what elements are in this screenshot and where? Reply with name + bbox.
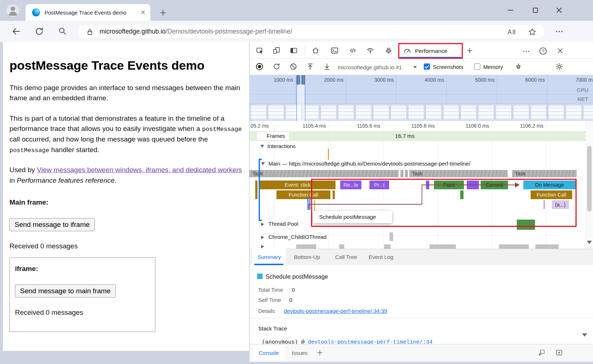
docs-link[interactable]: View messages between windows, iframes, … <box>37 166 242 174</box>
compositor-activity[interactable] <box>499 244 529 249</box>
sources-panel-icon[interactable] <box>349 46 357 55</box>
filmstrip-thumbnail[interactable] <box>548 104 564 120</box>
expander-down-icon[interactable] <box>261 162 265 165</box>
origin-selector[interactable]: microsoftedge.github.io #1 <box>338 64 402 70</box>
new-tab-button[interactable] <box>159 9 167 17</box>
window-close-button[interactable] <box>555 6 563 15</box>
devtools-close-icon[interactable] <box>556 47 564 55</box>
settings-gear-icon[interactable] <box>555 62 563 71</box>
expander-right-icon[interactable] <box>261 245 264 248</box>
filmstrip-thumbnail[interactable] <box>513 104 529 120</box>
task-bar[interactable] <box>405 170 408 177</box>
reload-record-button[interactable] <box>272 62 281 71</box>
console-panel-icon[interactable] <box>330 46 339 55</box>
selected-range[interactable] <box>296 85 305 121</box>
profile-avatar[interactable] <box>7 4 19 17</box>
maximize-button[interactable] <box>531 6 540 15</box>
compositor-activity[interactable] <box>296 244 316 249</box>
scrollbar-thumb[interactable] <box>587 146 592 212</box>
filmstrip-thumbnail[interactable] <box>583 104 593 120</box>
filmstrip-thumbnail[interactable] <box>391 104 407 120</box>
filmstrip-thumbnail[interactable] <box>531 104 547 120</box>
tab-summary[interactable]: Summary <box>252 249 286 265</box>
device-emulation-icon[interactable] <box>272 46 281 55</box>
devtools-menu-icon[interactable] <box>522 47 530 55</box>
inspect-element-icon[interactable] <box>256 46 264 55</box>
filmstrip-thumbnail[interactable] <box>251 104 267 120</box>
send-to-iframe-button[interactable]: Send message to iframe <box>9 218 95 231</box>
tab-issues[interactable]: Issues <box>292 350 307 356</box>
browser-tab[interactable]: PostMessage Trace Events demo <box>26 4 150 21</box>
favorite-star-icon[interactable] <box>528 27 537 36</box>
reference-paragraph: Used by View messages between windows, i… <box>9 165 243 186</box>
task-bar[interactable] <box>400 170 403 177</box>
tab-bottom-up[interactable]: Bottom-Up <box>294 249 320 265</box>
expander-right-icon[interactable] <box>261 222 264 226</box>
home-panel-icon[interactable] <box>311 46 320 55</box>
filmstrip-thumbnail[interactable] <box>268 104 284 120</box>
filmstrip-thumbnail[interactable] <box>303 104 319 120</box>
tab-console[interactable]: Console <box>252 345 285 360</box>
title-bar: PostMessage Trace Events demo <box>0 0 593 21</box>
filmstrip-thumbnail[interactable] <box>373 104 389 120</box>
help-icon[interactable]: ? <box>539 47 547 55</box>
filmstrip-thumbnail[interactable] <box>338 104 354 120</box>
filmstrip-thumbnail[interactable] <box>408 104 424 120</box>
search-icon[interactable] <box>58 26 67 36</box>
screenshots-checkbox[interactable] <box>424 63 430 70</box>
filmstrip-thumbnail[interactable] <box>443 104 459 120</box>
save-profile-icon[interactable] <box>323 62 331 71</box>
task-bar[interactable]: Task <box>409 170 508 177</box>
task-bar[interactable]: Task <box>512 170 577 177</box>
stack-frame-link[interactable]: devtools-postmessage-perf-timeline/:34 <box>308 339 433 344</box>
network-panel-icon[interactable] <box>366 46 375 55</box>
back-button[interactable] <box>11 26 21 36</box>
console-position-icon[interactable] <box>538 349 546 357</box>
compositor-activity[interactable] <box>339 244 344 249</box>
filmstrip-thumbnail[interactable] <box>478 104 494 120</box>
filmstrip-thumbnail[interactable] <box>321 104 337 120</box>
filmstrip-thumbnail[interactable] <box>566 104 582 120</box>
tab-close-icon[interactable] <box>140 9 146 15</box>
io-thread-activity[interactable] <box>389 232 393 241</box>
memory-checkbox[interactable] <box>474 63 480 70</box>
compositor-activity[interactable] <box>384 244 391 249</box>
selection-handle-right[interactable] <box>301 75 305 85</box>
browser-menu-icon[interactable] <box>555 27 564 36</box>
scroll-down-icon[interactable] <box>582 333 587 337</box>
load-profile-icon[interactable] <box>306 62 314 71</box>
expander-down-icon[interactable] <box>260 145 264 148</box>
inline-code: postMessage <box>202 126 242 133</box>
refresh-button[interactable] <box>34 26 44 36</box>
scroll-down-icon[interactable] <box>587 241 592 244</box>
selected-event-marker[interactable] <box>307 198 310 210</box>
record-button[interactable] <box>255 62 264 71</box>
tab-call-tree[interactable]: Call Tree <box>335 249 357 265</box>
task-bar[interactable]: Task <box>249 170 399 177</box>
expander-right-icon[interactable] <box>261 236 264 239</box>
details-source-link[interactable]: devtools-postmessage-perf-timeline/:34:3… <box>284 308 387 314</box>
selection-handle-left[interactable] <box>296 75 300 85</box>
edge-favicon-icon <box>32 8 40 16</box>
filmstrip-thumbnail[interactable] <box>426 104 442 120</box>
read-aloud-icon[interactable]: A <box>507 27 516 36</box>
debug-panel-icon[interactable] <box>384 46 393 55</box>
browser-window: PostMessage Trace Events demo <box>0 0 593 364</box>
expand-console-icon[interactable] <box>555 349 563 357</box>
chevron-down-icon[interactable] <box>413 66 417 68</box>
clear-button[interactable] <box>289 62 298 71</box>
compositor-activity[interactable] <box>535 244 559 249</box>
send-to-main-button[interactable]: Send message to main frame <box>15 284 116 298</box>
filmstrip-thumbnail[interactable] <box>496 104 512 120</box>
tab-event-log[interactable]: Event Log <box>369 249 394 265</box>
filmstrip-thumbnail[interactable] <box>356 104 372 120</box>
dock-side-icon[interactable] <box>290 46 298 55</box>
address-bar[interactable]: microsoftedge.github.io/Demos/devtools-p… <box>77 24 546 39</box>
minimize-button[interactable] <box>506 6 515 15</box>
compositor-activity[interactable] <box>430 244 456 249</box>
more-tabs-button[interactable] <box>466 47 474 55</box>
filmstrip-thumbnail[interactable] <box>461 104 477 120</box>
collect-garbage-icon[interactable] <box>514 62 523 71</box>
flame-event[interactable] <box>255 181 257 199</box>
add-drawer-tab-button[interactable] <box>316 349 324 357</box>
